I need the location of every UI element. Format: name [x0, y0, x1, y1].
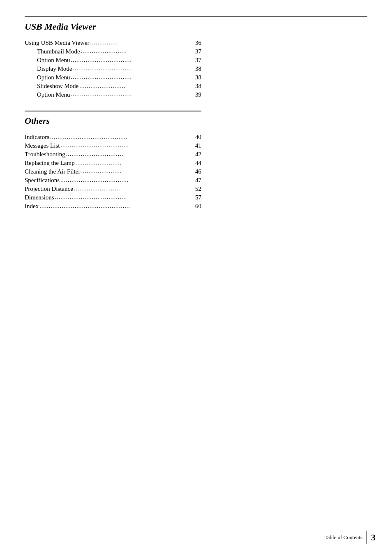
dots: ....................................... [55, 194, 194, 201]
page-num: 46 [195, 168, 201, 175]
dots: ...................... [81, 168, 194, 175]
toc-entry-dimensions[interactable]: Dimensions .............................… [25, 194, 201, 201]
page-num: 57 [195, 194, 201, 201]
entry-label: Dimensions [25, 194, 54, 201]
entry-label: Specifications [25, 177, 60, 184]
toc-entry-indicators[interactable]: Indicators .............................… [25, 134, 201, 141]
dots: ..................................... [60, 142, 194, 149]
entry-label: Projection Distance [25, 185, 73, 192]
toc-entry-messages-list[interactable]: Messages List ..........................… [25, 142, 201, 149]
toc-entry-replacing-lamp[interactable]: Replacing the Lamp .....................… [25, 160, 201, 167]
toc-entry-index[interactable]: Index ..................................… [25, 203, 201, 210]
page-num: 42 [195, 151, 201, 158]
toc-entry-slideshow-mode[interactable]: Slideshow Mode .........................… [25, 83, 201, 90]
page-num: 39 [195, 91, 201, 98]
toc-entry-cleaning-air-filter[interactable]: Cleaning the Air Filter ................… [25, 168, 201, 175]
entry-label: Messages List [25, 142, 60, 149]
page-num: 36 [195, 39, 201, 46]
toc-entry-using-usb[interactable]: Using USB Media Viewer ............... 3… [25, 39, 201, 46]
page-num: 60 [195, 203, 201, 210]
dots: ......................... [81, 48, 194, 55]
page-num: 37 [195, 48, 201, 55]
entry-label: Index [25, 203, 39, 210]
section-title-usb: USB Media Viewer [25, 21, 367, 32]
separator-rule-others [25, 111, 201, 111]
toc-entry-thumbnail-mode[interactable]: Thumbnail Mode .........................… [25, 48, 201, 55]
footer-label: Table of Contents [325, 534, 362, 541]
dots: ................................. [71, 57, 194, 63]
toc-entry-option-menu-2[interactable]: Option Menu ............................… [25, 74, 201, 81]
page-num: 47 [195, 177, 201, 184]
footer-page-num: 3 [371, 532, 376, 543]
toc-entry-option-menu-3[interactable]: Option Menu ............................… [25, 91, 201, 98]
dots: ............................... [66, 151, 194, 158]
footer: Table of Contents 3 [325, 531, 376, 544]
section-usb-media-viewer: USB Media Viewer Using USB Media Viewer … [25, 21, 367, 98]
entry-label: Using USB Media Viewer [25, 39, 90, 46]
entry-label: Cleaning the Air Filter [25, 168, 80, 175]
entry-label: Option Menu [37, 57, 70, 64]
dots: ..................................... [60, 177, 194, 183]
toc-entry-specifications[interactable]: Specifications .........................… [25, 177, 201, 184]
toc-entry-projection-distance[interactable]: Projection Distance ....................… [25, 185, 201, 192]
top-rule-usb [25, 16, 367, 17]
dots: ........................................… [39, 203, 194, 209]
page-num: 38 [195, 83, 201, 90]
dots: ................................. [71, 74, 194, 81]
entry-label: Replacing the Lamp [25, 160, 75, 167]
entry-label: Thumbnail Mode [37, 48, 80, 55]
section-others: Others Indicators ......................… [25, 116, 367, 210]
section-title-others: Others [25, 116, 367, 126]
page-num: 52 [195, 185, 201, 192]
page-num: 41 [195, 142, 201, 149]
page-num: 40 [195, 134, 201, 141]
page-container: USB Media Viewer Using USB Media Viewer … [0, 0, 392, 556]
footer-divider [367, 531, 367, 544]
dots: ......................... [76, 160, 194, 166]
dots: ................................ [73, 65, 194, 72]
entry-label: Display Mode [37, 65, 72, 72]
page-num: 38 [195, 65, 201, 72]
dots: ......................... [79, 83, 194, 89]
toc-entry-option-menu-1[interactable]: Option Menu ............................… [25, 57, 201, 64]
page-num: 38 [195, 74, 201, 81]
dots: ........................................… [50, 134, 194, 140]
toc-entry-troubleshooting[interactable]: Troubleshooting ........................… [25, 151, 201, 158]
entry-label: Slideshow Mode [37, 83, 78, 90]
dots: ......................... [74, 185, 194, 192]
entry-label: Indicators [25, 134, 49, 141]
entry-label: Option Menu [37, 74, 70, 81]
entry-label: Troubleshooting [25, 151, 65, 158]
page-num: 37 [195, 57, 201, 64]
entry-label: Option Menu [37, 91, 70, 98]
dots: ............... [90, 39, 194, 46]
page-num: 44 [195, 160, 201, 167]
toc-entry-display-mode[interactable]: Display Mode ...........................… [25, 65, 201, 72]
dots: ................................. [71, 91, 194, 98]
